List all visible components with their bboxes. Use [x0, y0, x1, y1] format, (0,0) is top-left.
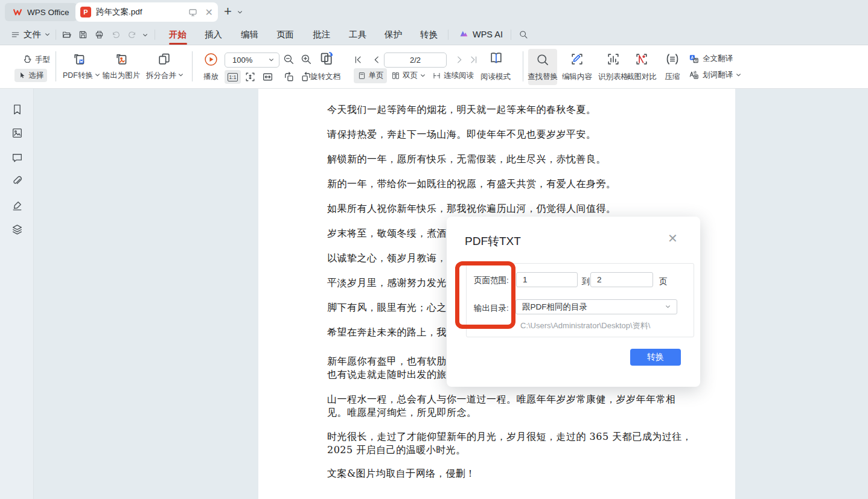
file-menu-label: 文件 — [24, 29, 41, 40]
document-tab[interactable]: P 跨年文案.pdf ✕ — [75, 2, 218, 22]
doc-line: 时光很长，走过了才能仰望新年的月光，岁月很短，走过的 365 天都已成为过往， — [327, 431, 692, 443]
table-recognize-icon[interactable] — [605, 51, 621, 67]
tab-protect[interactable]: 保护 — [385, 29, 402, 40]
play-label[interactable]: 播放 — [203, 72, 219, 82]
screenshot-compare-label[interactable]: 截图对比 — [625, 72, 659, 82]
doc-line: 解锁新的一年，愿所有快乐，无需假装，此生尽兴，赤忱善良。 — [327, 153, 606, 166]
export-image-icon[interactable] — [114, 51, 130, 67]
zoom-out-icon[interactable] — [282, 53, 295, 66]
rotate-document-label[interactable]: 旋转文档 — [310, 72, 340, 82]
last-page-icon[interactable] — [468, 54, 479, 65]
tab-close-icon[interactable]: ✕ — [205, 7, 213, 18]
range-to-label: 到 — [582, 276, 590, 287]
tab-list-chevron-icon[interactable] — [237, 10, 243, 15]
tab-edit[interactable]: 编辑 — [241, 29, 258, 40]
export-image-button[interactable]: 输出为图片 — [100, 71, 143, 81]
wps-office-menu-button[interactable]: WPS Office — [5, 3, 77, 21]
select-tool-button[interactable]: 选择 — [14, 69, 47, 82]
find-replace-label: 查找替换 — [528, 72, 558, 82]
zoom-combobox[interactable]: 100% — [225, 52, 279, 68]
read-mode-icon[interactable] — [488, 50, 504, 66]
output-dir-select[interactable]: 跟PDF相同的目录 — [515, 299, 677, 314]
single-page-button[interactable]: 单页 — [354, 68, 387, 83]
fit-page-icon[interactable] — [244, 71, 257, 83]
continuous-read-label: 连续阅读 — [444, 71, 474, 81]
output-dir-chevron-icon — [665, 304, 671, 310]
actual-size-button[interactable]: 1:1 — [225, 70, 241, 84]
layers-panel-icon[interactable] — [11, 223, 24, 236]
zoom-chevron-icon — [269, 57, 274, 63]
tab-insert[interactable]: 插入 — [205, 29, 222, 40]
split-merge-button[interactable]: 拆分合并 — [144, 71, 186, 81]
hand-tool-label[interactable]: 手型 — [35, 55, 50, 65]
zoom-in-icon[interactable] — [300, 53, 313, 66]
split-merge-chevron-icon — [178, 72, 183, 78]
pdf-to-txt-dialog: PDF转TXT ✕ 页面范围: 到 页 输出目录: 跟PDF相同的目录 C:\U… — [447, 217, 700, 387]
doc-line: 2025 开启自己的温暖小时光。 — [327, 444, 466, 457]
bookmark-panel-icon[interactable] — [11, 103, 24, 116]
tab-page[interactable]: 页面 — [276, 29, 294, 40]
thumbnail-panel-icon[interactable] — [11, 127, 24, 139]
pdf-convert-button[interactable]: PDF转换 — [60, 71, 103, 81]
edit-content-icon[interactable] — [569, 51, 585, 67]
new-tab-button[interactable]: + — [224, 4, 232, 19]
first-page-icon[interactable] — [353, 54, 363, 65]
tab-annotate[interactable]: 批注 — [313, 29, 330, 40]
active-menu-underline — [169, 43, 187, 45]
redo-icon[interactable] — [127, 30, 137, 40]
fit-width-icon[interactable] — [261, 71, 274, 83]
follow-screen-icon[interactable] — [188, 7, 198, 17]
page-indicator-field[interactable]: 2/2 — [384, 52, 447, 68]
attachment-panel-icon[interactable] — [11, 175, 24, 188]
open-file-icon[interactable] — [62, 30, 72, 40]
doc-line: 岁末将至，敬颂冬绥，煮酒 — [327, 227, 447, 240]
left-panel-rail — [0, 89, 34, 499]
range-from-input[interactable] — [516, 272, 578, 287]
comment-panel-icon[interactable] — [11, 151, 24, 164]
continuous-read-button[interactable]: 连续阅读 — [432, 68, 474, 83]
range-to-input[interactable] — [590, 272, 653, 287]
rotate-document-icon[interactable] — [318, 50, 335, 67]
doc-line: 山一程水一程，总会有人与你一道过一程。唯愿年年岁岁常康健，岁岁年年常相 — [327, 393, 676, 406]
doc-line: 今天我们一起等跨年的烟花，明天就一起等来年的春秋冬夏。 — [327, 104, 596, 116]
zoom-value: 100% — [232, 56, 252, 65]
doc-line: 如果所有人祝你新年快乐，那我祝你遍历山河，仍觉得人间值得。 — [327, 203, 616, 215]
screenshot-compare-icon[interactable] — [634, 51, 649, 67]
pdf-convert-icon[interactable] — [72, 51, 88, 67]
convert-button[interactable]: 转换 — [630, 349, 681, 366]
double-page-icon — [391, 71, 400, 80]
hamburger-icon — [11, 30, 20, 39]
doc-line: 见。唯愿星河绚烂，所见即所念。 — [327, 407, 477, 419]
compress-icon[interactable] — [665, 51, 680, 67]
word-translate-icon — [688, 69, 700, 81]
tab-home[interactable]: 开始 — [169, 29, 187, 40]
print-icon[interactable] — [94, 30, 104, 40]
read-mode-label[interactable]: 阅读模式 — [480, 72, 511, 82]
signature-panel-icon[interactable] — [11, 199, 24, 212]
play-icon[interactable] — [204, 52, 218, 66]
double-page-button[interactable]: 双页 — [391, 68, 426, 83]
tab-convert[interactable]: 转换 — [420, 29, 438, 40]
full-translate-button[interactable]: 全文翻译 — [688, 53, 733, 65]
save-icon[interactable] — [78, 30, 88, 40]
word-translate-button[interactable]: 划词翻译 — [688, 69, 741, 81]
tab-tools[interactable]: 工具 — [349, 29, 366, 40]
word-translate-label: 划词翻译 — [703, 70, 733, 80]
wps-ai-button[interactable]: WPS AI — [459, 29, 503, 39]
undo-history-chevron-icon[interactable] — [142, 33, 148, 38]
cursor-icon — [18, 71, 27, 80]
split-merge-icon[interactable] — [156, 51, 172, 67]
edit-content-label[interactable]: 编辑内容 — [560, 72, 594, 82]
file-menu[interactable]: 文件 — [11, 29, 50, 40]
dialog-close-icon[interactable]: ✕ — [668, 231, 678, 246]
menubar-search-icon[interactable] — [519, 30, 529, 40]
hand-tool-icon[interactable] — [22, 54, 33, 65]
rotate-left-icon[interactable] — [282, 71, 295, 83]
doc-line: 脚下有风，眼里有光；心之 — [327, 302, 447, 314]
document-tab-title: 跨年文案.pdf — [96, 7, 188, 17]
undo-icon[interactable] — [111, 30, 121, 40]
compress-label[interactable]: 压缩 — [663, 72, 682, 82]
prev-page-icon[interactable] — [371, 54, 382, 65]
next-page-icon[interactable] — [454, 54, 465, 65]
continuous-read-icon — [432, 71, 441, 80]
